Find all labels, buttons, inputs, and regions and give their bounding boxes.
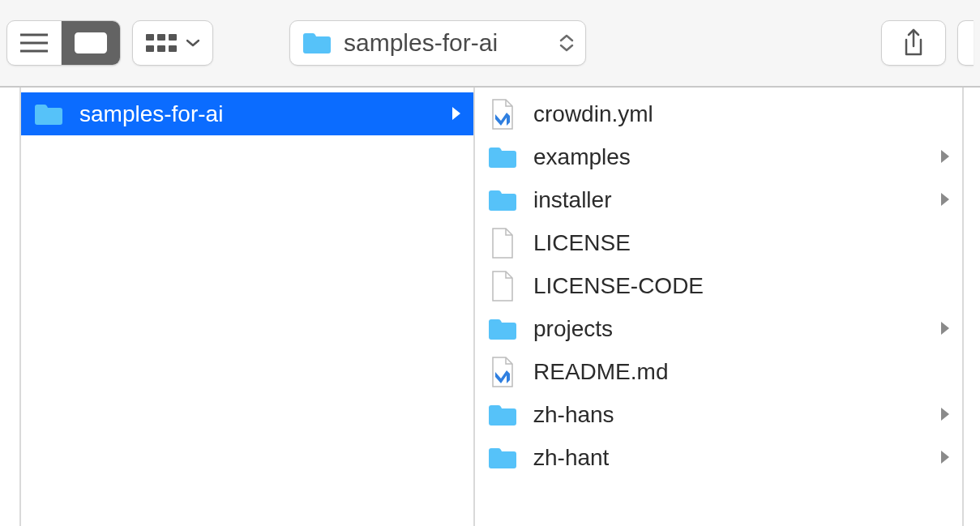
column-view-button[interactable]	[61, 21, 120, 65]
folder-icon	[486, 403, 519, 427]
column-2: crowdin.yml examples installer LICENSE L…	[475, 88, 964, 526]
folder-icon	[302, 31, 332, 55]
item-label: projects	[533, 316, 925, 342]
file-icon	[486, 227, 519, 259]
item-label: crowdin.yml	[533, 101, 951, 127]
chevron-down-icon	[186, 39, 199, 47]
item-label: examples	[533, 144, 925, 170]
chevron-right-icon	[451, 101, 462, 127]
item-label: installer	[533, 187, 925, 213]
arrange-group	[132, 20, 213, 66]
list-view-button[interactable]	[7, 21, 61, 65]
vscode-file-icon	[486, 356, 519, 388]
view-mode-group	[6, 20, 121, 66]
folder-icon	[486, 446, 519, 470]
column-1: samples-for-ai	[21, 88, 475, 526]
folder-icon	[486, 317, 519, 341]
chevron-right-icon	[939, 187, 951, 213]
partial-button[interactable]	[957, 20, 974, 66]
svg-rect-8	[169, 34, 177, 41]
item-label: README.md	[533, 359, 951, 385]
file-row[interactable]: LICENSE-CODE	[475, 264, 962, 307]
svg-rect-7	[157, 34, 165, 41]
chevron-right-icon	[939, 402, 951, 428]
file-icon	[486, 270, 519, 302]
vscode-file-icon	[486, 98, 519, 130]
folder-row[interactable]: zh-hant	[475, 436, 962, 479]
chevron-right-icon	[939, 316, 951, 342]
column-view-icon	[75, 32, 107, 53]
item-label: LICENSE	[533, 230, 951, 256]
item-label: samples-for-ai	[79, 101, 436, 127]
item-label: zh-hant	[533, 445, 925, 471]
column-browser: samples-for-ai crowdin.yml examples inst…	[0, 88, 980, 526]
folder-row[interactable]: installer	[475, 178, 962, 221]
item-label: zh-hans	[533, 402, 925, 428]
folder-row[interactable]: examples	[475, 135, 962, 178]
svg-marker-15	[941, 193, 949, 206]
folder-icon	[486, 188, 519, 212]
folder-row[interactable]: samples-for-ai	[21, 92, 473, 135]
file-row[interactable]: LICENSE	[475, 221, 962, 264]
svg-marker-18	[941, 451, 949, 464]
svg-marker-13	[452, 107, 460, 120]
path-stepper[interactable]	[559, 34, 574, 52]
arrange-button[interactable]	[133, 21, 212, 65]
svg-marker-14	[941, 150, 949, 163]
file-row[interactable]: README.md	[475, 350, 962, 393]
path-text: samples-for-ai	[344, 29, 548, 57]
svg-rect-6	[146, 34, 154, 41]
column-empty	[964, 88, 980, 526]
folder-row[interactable]: projects	[475, 307, 962, 350]
share-icon	[901, 28, 926, 58]
svg-rect-10	[157, 45, 165, 52]
chevron-up-icon	[559, 34, 574, 42]
chevron-down-icon	[559, 44, 574, 52]
arrange-icon	[146, 32, 178, 53]
chevron-right-icon	[939, 144, 951, 170]
toolbar: samples-for-ai	[0, 0, 980, 88]
folder-icon	[32, 102, 65, 126]
chevron-right-icon	[939, 445, 951, 471]
svg-rect-11	[169, 45, 177, 52]
path-bar[interactable]: samples-for-ai	[289, 20, 586, 66]
folder-row[interactable]: zh-hans	[475, 393, 962, 436]
svg-rect-9	[146, 45, 154, 52]
svg-marker-16	[941, 322, 949, 335]
folder-icon	[486, 145, 519, 169]
file-row[interactable]: crowdin.yml	[475, 92, 962, 135]
svg-marker-17	[941, 408, 949, 421]
share-button[interactable]	[881, 20, 946, 66]
column-gutter	[0, 88, 21, 526]
item-label: LICENSE-CODE	[533, 273, 951, 299]
list-view-icon	[20, 32, 48, 53]
svg-rect-3	[76, 34, 106, 53]
